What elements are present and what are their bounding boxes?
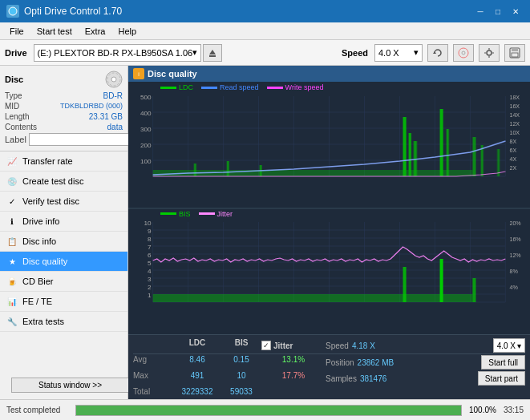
svg-rect-70 [472,137,475,176]
save-button[interactable] [504,44,525,62]
sidebar-item-cd-bier[interactable]: 🍺 CD Bier [0,272,127,292]
svg-text:8X: 8X [509,139,516,144]
svg-text:100: 100 [140,158,152,165]
sidebar-item-create-test-disc[interactable]: 💿 Create test disc [0,172,127,192]
svg-rect-121 [153,294,473,302]
start-full-button[interactable]: Start full [481,355,525,370]
read-speed-legend-color [201,87,217,89]
ldc-legend-item: LDC [160,83,193,91]
label-row: Label ▶ [5,133,123,146]
svg-text:4X: 4X [509,156,516,162]
avg-label: Avg [133,355,173,370]
svg-text:12.5: 12.5 [324,305,335,305]
chart2-legend: BIS Jitter [128,209,530,219]
svg-text:7: 7 [148,244,152,251]
drive-value: (E:) PLEXTOR BD-R PX-LB950SA 1.06 [38,48,193,58]
type-label: Type [5,91,22,100]
svg-text:2.5: 2.5 [184,305,192,305]
write-speed-legend-label: Write speed [285,83,324,91]
svg-text:400: 400 [140,110,152,117]
position-label: Position [326,358,354,367]
extra-tests-icon: 🔧 [6,316,18,327]
speed-stat-value: 4.18 X [352,341,375,350]
svg-text:500: 500 [140,94,152,101]
speed-label: Speed [342,48,368,58]
eject-button[interactable] [203,44,222,62]
close-button[interactable]: ✕ [508,5,524,18]
stats-bar: LDC BIS ✓ Jitter Speed 4.18 X 4.0 X ▾ [128,334,530,399]
svg-rect-13 [512,53,518,57]
refresh-button[interactable] [427,44,448,62]
drive-label: Drive [5,48,27,58]
sidebar-item-transfer-rate[interactable]: 📈 Transfer rate [0,151,127,172]
speed-dropdown[interactable]: 4.0 X ▾ [374,44,423,62]
contents-label: Contents [5,123,37,131]
drive-select-area: (E:) PLEXTOR BD-R PX-LB950SA 1.06 ▾ [34,44,332,62]
jitter-checkbox[interactable]: ✓ [261,341,271,350]
svg-text:3: 3 [148,276,152,283]
verify-disc-label: Verify test disc [22,196,79,206]
transfer-rate-icon: 📈 [6,155,18,167]
bis-legend-label: BIS [179,210,191,218]
disc-button[interactable] [453,44,474,62]
svg-text:5.0: 5.0 [220,305,228,305]
minimize-button[interactable]: ─ [472,5,488,18]
chart1-svg: 500 400 300 200 100 18X 16X 14X 12X 10X … [128,93,530,180]
svg-text:9: 9 [148,228,152,235]
verify-disc-icon: ✓ [6,196,18,207]
speed-select[interactable]: 4.0 X ▾ [493,338,525,353]
drive-dropdown[interactable]: (E:) PLEXTOR BD-R PX-LB950SA 1.06 ▾ [34,44,202,62]
read-speed-legend-label: Read speed [220,83,259,91]
app-icon [6,5,19,18]
progress-percent: 100.0% [467,406,499,414]
svg-text:4: 4 [148,268,152,275]
svg-text:10.0: 10.0 [289,305,300,305]
extra-tests-label: Extra tests [22,317,64,326]
cd-bier-icon: 🍺 [6,276,18,287]
svg-rect-68 [440,109,443,176]
svg-text:8%: 8% [509,269,518,274]
svg-text:200: 200 [140,142,152,149]
svg-text:0.0: 0.0 [149,179,157,180]
sidebar-item-drive-info[interactable]: ℹ Drive info [0,212,127,232]
svg-rect-63 [227,161,229,176]
sidebar-item-disc-info[interactable]: 📋 Disc info [0,232,127,252]
svg-text:12%: 12% [509,252,521,258]
menu-file[interactable]: File [3,25,30,38]
start-part-button[interactable]: Start part [478,371,525,386]
svg-text:15.0: 15.0 [359,305,370,305]
sidebar-item-extra-tests[interactable]: 🔧 Extra tests [0,312,127,332]
samples-label: Samples [326,374,357,383]
samples-value: 381476 [360,374,386,383]
menu-start-test[interactable]: Start test [30,25,79,38]
svg-rect-123 [440,259,443,302]
label-label: Label [5,135,26,144]
label-input[interactable] [29,133,136,146]
read-speed-legend-item: Read speed [201,83,259,91]
maximize-button[interactable]: □ [490,5,506,18]
svg-text:6X: 6X [509,147,516,153]
length-field: Length 23.31 GB [5,112,123,121]
write-speed-legend-color [267,87,283,89]
sidebar-item-fe-te[interactable]: 📊 FE / TE [0,292,127,312]
mid-value: TDKBLDRBD (000) [60,102,123,111]
menu-extra[interactable]: Extra [79,25,112,38]
max-jitter: 17.7% [261,371,326,386]
speed-dropdown-area[interactable]: 4.0 X ▾ [493,338,525,353]
write-speed-legend-item: Write speed [267,83,324,91]
svg-text:5.0: 5.0 [220,179,228,180]
create-disc-icon: 💿 [6,176,18,187]
svg-rect-72 [497,149,500,176]
speed-select-value: 4.0 X [497,341,516,350]
sidebar-item-disc-quality[interactable]: ★ Disc quality [0,252,127,272]
svg-text:8: 8 [148,236,152,243]
disc-quality-header: i Disc quality [128,66,530,82]
svg-rect-2 [209,55,216,57]
status-window-button[interactable]: Status window >> [11,378,129,393]
menu-help[interactable]: Help [111,25,143,38]
jitter-legend-label: Jitter [217,210,233,218]
settings-button[interactable] [479,44,500,62]
svg-rect-71 [481,145,483,176]
toolbar: Drive (E:) PLEXTOR BD-R PX-LB950SA 1.06 … [0,40,530,66]
sidebar-item-verify-test-disc[interactable]: ✓ Verify test disc [0,192,127,212]
